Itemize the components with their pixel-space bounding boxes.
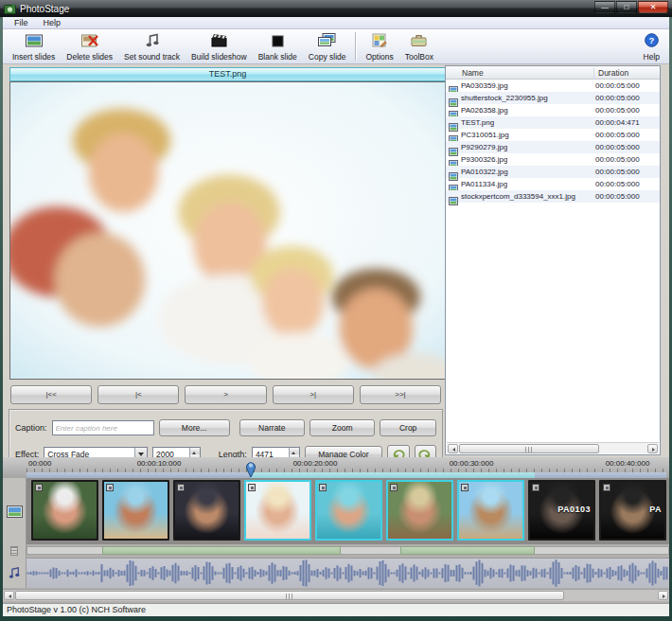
spin-up-icon[interactable] bbox=[290, 448, 299, 454]
file-rows: PA030359.jpg00:00:05:000shutterstock_223… bbox=[446, 80, 660, 203]
scroll-thumb[interactable] bbox=[459, 444, 599, 453]
slide-beach-kayak[interactable] bbox=[457, 480, 524, 541]
slide-market[interactable] bbox=[386, 480, 453, 541]
toolbar-button-insert-slides[interactable]: Insert slides bbox=[7, 30, 61, 62]
toolbar-button-set-sound-track[interactable]: Set sound track bbox=[118, 30, 186, 62]
file-row[interactable]: P9290279.jpg00:00:05:000 bbox=[446, 141, 660, 153]
column-header-duration[interactable]: Duration bbox=[593, 68, 628, 80]
transition-segment bbox=[400, 546, 535, 555]
play-button[interactable]: > bbox=[185, 385, 266, 404]
toolbox-icon bbox=[411, 33, 427, 51]
column-header-name[interactable]: Name bbox=[462, 68, 484, 78]
file-list-panel: Name Duration PA030359.jpg00:00:05:000sh… bbox=[445, 65, 661, 455]
scroll-thumb[interactable] bbox=[15, 591, 564, 600]
copy-slide-icon bbox=[318, 33, 336, 51]
file-name: TEST.png bbox=[461, 118, 494, 127]
slide-family[interactable] bbox=[244, 480, 311, 541]
more-button[interactable]: More... bbox=[159, 419, 230, 436]
preview-image bbox=[9, 81, 446, 380]
file-duration: 00:00:05:000 bbox=[595, 143, 640, 151]
scroll-right-icon[interactable] bbox=[658, 591, 668, 600]
previous-slide-button[interactable]: |< bbox=[97, 385, 179, 404]
slide-badge-icon bbox=[35, 484, 43, 491]
scroll-right-icon[interactable] bbox=[647, 444, 658, 453]
file-list-hscrollbar[interactable] bbox=[447, 442, 659, 453]
slide-pa0103[interactable]: PA0103 bbox=[528, 480, 595, 541]
transition-track bbox=[27, 544, 669, 558]
slide-badge-icon bbox=[177, 484, 185, 491]
file-row[interactable]: shutterstock_2230955.jpg00:00:05:000 bbox=[446, 92, 660, 104]
timeline: 00:00000:00:10:00000:00:20:00000:00:30:0… bbox=[3, 457, 669, 603]
menu-item-help[interactable]: Help bbox=[37, 18, 68, 27]
title-bar[interactable]: PhotoStage — □ ✕ bbox=[0, 0, 672, 17]
audio-waveform bbox=[27, 559, 669, 588]
slide-beach-lounger[interactable] bbox=[102, 480, 169, 541]
file-row[interactable]: PC310051.jpg00:00:05:000 bbox=[446, 129, 660, 141]
slide-girl-cap[interactable] bbox=[31, 480, 98, 541]
slide-badge-icon bbox=[461, 484, 469, 491]
file-row[interactable]: PA030359.jpg00:00:05:000 bbox=[446, 80, 660, 92]
go-to-start-button[interactable]: |<< bbox=[10, 385, 92, 404]
toolbar-button-delete-slides[interactable]: Delete slides bbox=[61, 30, 118, 62]
spin-up-icon[interactable] bbox=[190, 448, 200, 454]
image-file-icon bbox=[449, 192, 458, 201]
toolbar-button-copy-slide[interactable]: Copy slide bbox=[303, 30, 352, 62]
toolbar-separator bbox=[355, 32, 356, 61]
slide-badge-icon bbox=[106, 484, 114, 491]
slide-pa-partial[interactable]: PA bbox=[599, 480, 666, 541]
toolbar-button-blank-slide[interactable]: Blank slide bbox=[253, 30, 303, 62]
menu-bar: FileHelp bbox=[3, 17, 669, 29]
scroll-left-icon[interactable] bbox=[4, 591, 14, 600]
toolbar-button-toolbox[interactable]: ToolBox bbox=[399, 30, 439, 62]
next-slide-button[interactable]: >| bbox=[273, 385, 354, 404]
maximize-button[interactable]: □ bbox=[616, 1, 637, 13]
scroll-left-icon[interactable] bbox=[448, 444, 458, 453]
blank-slide-icon bbox=[272, 34, 284, 51]
toolbar-button-label: Copy slide bbox=[309, 52, 346, 62]
toolbar-button-options[interactable]: Options bbox=[360, 30, 398, 62]
image-file-icon bbox=[449, 81, 458, 90]
file-name: stockxpertcom_d333594_xxx1.jpg bbox=[461, 192, 575, 201]
image-file-icon bbox=[449, 131, 458, 139]
sound-track-icon bbox=[146, 33, 159, 51]
file-row[interactable]: PA026358.jpg00:00:05:000 bbox=[446, 104, 660, 116]
ruler-tick-label: 00:00:10:000 bbox=[137, 459, 182, 468]
file-name: shutterstock_2230955.jpg bbox=[461, 94, 548, 102]
caption-input[interactable] bbox=[52, 420, 154, 435]
zoom-button[interactable]: Zoom bbox=[309, 419, 375, 436]
transport-controls: |<<|<>>|>>| bbox=[6, 382, 446, 407]
timeline-hscrollbar[interactable] bbox=[3, 589, 669, 601]
toolbar-button-help[interactable]: ?Help bbox=[638, 30, 665, 62]
file-row[interactable]: P9300326.jpg00:00:05:000 bbox=[446, 153, 660, 166]
track-handle[interactable] bbox=[10, 546, 18, 556]
transition-segment bbox=[102, 546, 341, 555]
menu-item-file[interactable]: File bbox=[8, 18, 35, 27]
file-name: P9300326.jpg bbox=[461, 155, 507, 164]
narrate-button[interactable]: Narrate bbox=[239, 419, 305, 436]
crop-button[interactable]: Crop bbox=[380, 419, 436, 436]
file-row[interactable]: TEST.png00:00:04:471 bbox=[446, 116, 660, 129]
playhead-marker[interactable] bbox=[246, 459, 256, 478]
timeline-ruler[interactable]: 00:00000:00:10:00000:00:20:00000:00:30:0… bbox=[3, 457, 669, 478]
minimize-button[interactable]: — bbox=[594, 1, 615, 13]
toolbar-button-build-slideshow[interactable]: Build slideshow bbox=[186, 30, 253, 62]
app-icon bbox=[4, 4, 16, 14]
slide-filename-label: PA bbox=[649, 505, 662, 514]
ruler-tick-label: 00:000 bbox=[28, 459, 51, 468]
file-row[interactable]: stockxpertcom_d333594_xxx1.jpg00:00:05:0… bbox=[446, 190, 660, 203]
audio-waveform-track[interactable] bbox=[27, 558, 669, 588]
ruler-tick-label: 00:00:20:000 bbox=[293, 459, 338, 468]
slide-pool[interactable] bbox=[315, 480, 382, 541]
image-file-icon bbox=[449, 180, 458, 188]
close-button[interactable]: ✕ bbox=[638, 1, 668, 13]
file-name: PC310051.jpg bbox=[461, 131, 509, 139]
build-slideshow-icon bbox=[211, 33, 227, 51]
slide-filename-label: PA0103 bbox=[557, 505, 591, 514]
toolbar-button-label: Options bbox=[365, 52, 393, 62]
slide-man-portrait[interactable] bbox=[173, 480, 240, 541]
file-row[interactable]: PA010322.jpg00:00:05:000 bbox=[446, 166, 660, 178]
file-row[interactable]: PA011334.jpg00:00:05:000 bbox=[446, 178, 660, 190]
image-file-icon bbox=[449, 143, 458, 151]
help-icon: ? bbox=[645, 33, 659, 51]
go-to-end-button[interactable]: >>| bbox=[360, 385, 441, 404]
